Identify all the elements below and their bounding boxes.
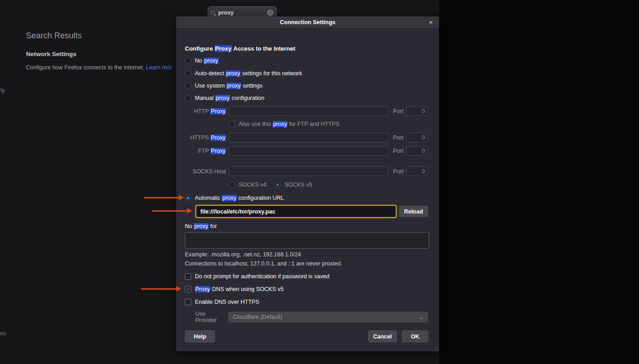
label-highlight: proxy	[226, 83, 241, 89]
label-pre: HTTP	[194, 108, 210, 114]
help-button[interactable]: Help	[185, 330, 215, 343]
socks-host-input	[229, 166, 388, 176]
no-proxy-label: No proxy	[195, 57, 219, 64]
socks-version-row: SOCKS v4 SOCKS v5	[185, 182, 428, 188]
close-icon[interactable]: ×	[427, 18, 435, 26]
label-post: configuration URL	[237, 195, 284, 201]
pac-url-row: Reload	[195, 205, 428, 218]
description-text: Configure how Firefox connects to the in…	[26, 64, 146, 71]
ftp-port-label: Port	[393, 148, 403, 154]
reload-button[interactable]: Reload	[399, 206, 428, 217]
label-pre: HTTPS	[190, 135, 210, 141]
label-highlight: proxy	[204, 57, 219, 64]
label-pre: Manual	[195, 95, 215, 101]
ftp-proxy-input	[229, 146, 388, 156]
network-settings-heading: Network Settings	[26, 51, 76, 57]
pac-url-input[interactable]	[195, 205, 397, 218]
configure-proxy-heading: Configure Proxy Access to the Internet	[185, 45, 295, 52]
auto-detect-proxy-radio[interactable]	[185, 70, 191, 77]
label-post: for	[209, 223, 217, 229]
dialog-footer: Help Cancel OK	[185, 330, 429, 343]
label-highlight: Proxy	[210, 108, 226, 114]
label-post: for FTP and HTTPS	[288, 121, 340, 127]
also-use-proxy-label: Also use this proxy for FTP and HTTPS	[239, 121, 340, 127]
label-post: DNS when using SOCKS v5	[210, 286, 284, 292]
system-proxy-label: Use system proxy settings	[195, 83, 262, 89]
no-prompt-auth-checkbox[interactable]	[185, 273, 191, 280]
search-results-title: Search Results	[26, 31, 82, 41]
https-port-input	[406, 133, 428, 142]
localhost-note-text: Connections to localhost, 127.0.0.1, and…	[185, 260, 342, 267]
provider-value: Cloudflare (Default)	[233, 314, 282, 320]
socks-port-label: Port	[393, 168, 403, 175]
label-post: settings	[241, 83, 262, 89]
socks-v4-radio	[229, 182, 235, 188]
socks-v5-radio	[274, 182, 281, 188]
ftp-proxy-row: FTP Proxy Port	[185, 146, 428, 156]
http-proxy-input	[229, 106, 388, 116]
label-post: configuration	[230, 95, 264, 101]
radio-row-system-proxy: Use system proxy settings	[185, 83, 428, 89]
use-provider-label: Use Provider	[195, 311, 225, 323]
sidebar-label-fragment-bottom: es	[0, 330, 6, 337]
chevron-down-icon: ⌄	[419, 315, 424, 319]
system-proxy-radio[interactable]	[185, 83, 191, 89]
proxy-dns-label: Proxy DNS when using SOCKS v5	[195, 286, 283, 292]
learn-more-link[interactable]: Learn mor	[146, 64, 172, 71]
network-settings-description: Configure how Firefox connects to the in…	[26, 64, 178, 71]
label-pre: Automatic	[195, 195, 222, 201]
no-proxy-for-textarea[interactable]	[185, 232, 429, 249]
auto-detect-label: Auto-detect proxy settings for this netw…	[195, 70, 302, 77]
heading-pre: Configure	[185, 45, 215, 52]
ok-button[interactable]: OK	[402, 330, 429, 343]
proxy-dns-row: ✓ Proxy DNS when using SOCKS v5	[185, 286, 428, 292]
label-highlight: Proxy	[210, 135, 226, 141]
radio-row-auto-detect: Auto-detect proxy settings for this netw…	[185, 70, 428, 77]
annotation-arrow-pac-url	[152, 208, 199, 214]
no-prompt-auth-label: Do not prompt for authentication if pass…	[195, 273, 330, 280]
https-proxy-label: HTTPS Proxy	[185, 135, 226, 141]
radio-row-manual-proxy: Manual proxy configuration	[185, 95, 428, 101]
label-highlight: proxy	[225, 70, 241, 77]
socks-host-row: SOCKS Host Port	[185, 166, 428, 176]
manual-proxy-label: Manual proxy configuration	[195, 95, 264, 101]
arrow-shaft	[152, 210, 187, 212]
http-proxy-row: HTTP Proxy Port	[185, 106, 428, 116]
no-proxy-radio[interactable]	[185, 57, 191, 64]
no-prompt-auth-row: Do not prompt for authentication if pass…	[185, 273, 428, 280]
label-pre: No	[195, 57, 204, 64]
label-pre: Also use this	[239, 121, 272, 127]
label-highlight: Proxy	[210, 148, 226, 154]
arrow-head-icon	[176, 286, 181, 291]
doh-checkbox[interactable]	[185, 299, 191, 305]
automatic-proxy-label: Automatic proxy configuration URL	[195, 195, 284, 201]
arrow-head-icon	[187, 208, 192, 213]
also-use-proxy-checkbox	[229, 121, 235, 127]
label-pre: FTP	[198, 148, 210, 154]
cancel-button[interactable]: Cancel	[368, 330, 397, 343]
socks-v5-label: SOCKS v5	[284, 182, 312, 188]
heading-post: Access to the Internet	[232, 45, 295, 52]
arrow-head-icon	[179, 195, 184, 200]
annotation-arrow-auto-proxy	[144, 195, 191, 201]
label-pre: Use system	[195, 83, 226, 89]
also-use-proxy-row: Also use this proxy for FTP and HTTPS	[185, 121, 428, 127]
clear-search-icon[interactable]: ×	[267, 10, 273, 16]
search-icon	[211, 10, 215, 15]
radio-row-no-proxy: No proxy	[185, 57, 428, 64]
doh-label: Enable DNS over HTTPS	[195, 299, 259, 305]
connection-settings-dialog: Connection Settings × Configure Proxy Ac…	[176, 16, 439, 351]
ftp-port-input	[406, 146, 428, 156]
dialog-titlebar: Connection Settings ×	[176, 16, 439, 29]
label-highlight: proxy	[194, 223, 209, 229]
http-port-input	[406, 106, 428, 116]
window-right-void	[439, 0, 639, 364]
doh-row: Enable DNS over HTTPS	[185, 299, 428, 305]
heading-highlight: Proxy	[215, 45, 232, 52]
manual-proxy-radio[interactable]	[185, 95, 191, 101]
search-input-value[interactable]: proxy	[218, 10, 267, 16]
example-text: Example: .mozilla.org, .net.nz, 192.168.…	[185, 251, 301, 258]
socks-port-input	[406, 166, 428, 176]
label-highlight: proxy	[215, 95, 230, 101]
resize-handle[interactable]	[433, 345, 438, 350]
